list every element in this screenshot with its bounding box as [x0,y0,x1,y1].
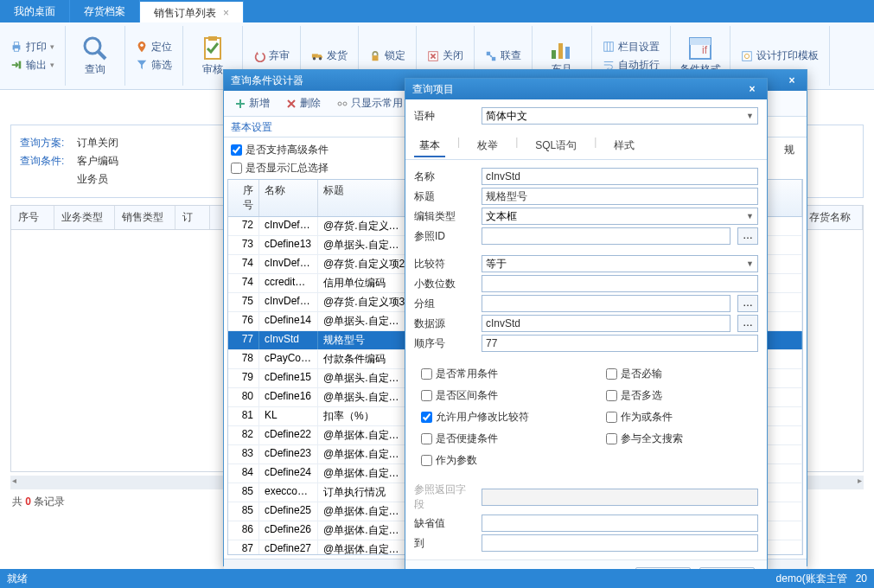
to-label: 到 [414,536,475,551]
edit-type-select[interactable]: 文本框▼ [482,208,758,225]
bg-th-idx[interactable]: 序号 [11,206,54,229]
svg-rect-24 [690,38,711,45]
language-select[interactable]: 简体中文▼ [482,107,758,125]
scheme-value[interactable]: 订单关闭 [77,136,137,150]
filter-button[interactable]: 筛选 [131,56,177,74]
close-button[interactable]: 关闭 [422,47,469,65]
output-button[interactable]: 输出▾ [5,56,60,74]
print-button[interactable]: 打印▾ [5,38,60,56]
design-print-template-button[interactable]: 设计打印模板 [736,47,824,65]
rule-truncated-label: 规 [784,143,800,157]
range-condition-checkbox[interactable] [421,390,432,401]
svg-point-4 [85,38,100,54]
col-idx[interactable]: 序号 [228,180,259,216]
item-titlebar[interactable]: 查询项目 × [405,79,767,99]
advanced-condition-checkbox[interactable] [231,144,242,156]
bg-th-order[interactable]: 订 [175,206,210,229]
column-settings-button[interactable]: 栏目设置 [597,38,665,56]
svg-rect-18 [558,43,563,59]
col-name[interactable]: 名称 [259,180,318,216]
close-icon[interactable]: × [784,74,800,86]
svg-rect-8 [208,36,217,41]
link-icon [485,50,497,62]
tab-enum[interactable]: 枚举 [472,136,503,157]
tab-desktop[interactable]: 我的桌面 [0,0,70,22]
bg-th-biztype[interactable]: 业务类型 [54,206,115,229]
cond-value[interactable]: 客户编码 [77,154,137,169]
show-common-button[interactable]: 只显示常用 [331,94,408,112]
group-browse-button[interactable]: … [737,295,758,312]
sequence-field[interactable] [482,335,758,352]
link-query-button[interactable]: 联查 [480,47,526,65]
to-field[interactable] [482,534,758,552]
edit-type-label: 编辑类型 [414,209,475,224]
svg-point-29 [343,102,347,105]
tab-inventory[interactable]: 存货档案 [70,0,140,22]
datasource-field[interactable] [482,315,730,332]
scheme-label: 查询方案: [20,136,70,150]
fulltext-search-checkbox[interactable] [606,433,617,444]
required-checkbox[interactable] [606,368,617,380]
advanced-condition-label: 是否支持高级条件 [246,143,329,157]
svg-rect-2 [14,48,18,52]
designer-title: 查询条件设计器 [231,74,303,88]
svg-rect-17 [552,50,556,59]
new-button[interactable]: 新增 [229,94,275,112]
svg-rect-19 [565,47,570,59]
chart-icon [548,35,576,62]
svg-rect-1 [14,42,18,46]
common-condition-checkbox[interactable] [421,368,432,380]
allow-compare-modify-checkbox[interactable] [421,412,432,423]
ship-button[interactable]: 发货 [306,47,353,65]
item-tabs: 基本 | 枚举 | SQL语句 | 样式 [405,136,767,160]
name-field[interactable] [482,168,758,185]
or-condition-checkbox[interactable] [606,412,617,423]
refid-field[interactable] [482,227,730,245]
as-param-checkbox[interactable] [421,455,432,466]
tab-style[interactable]: 样式 [609,136,640,157]
datasource-label: 数据源 [414,316,475,331]
group-label: 分组 [414,297,475,311]
svg-rect-14 [487,51,490,54]
svg-point-28 [338,102,341,105]
salesperson-value[interactable]: 业务员 [77,172,137,187]
datasource-browse-button[interactable]: … [737,315,758,332]
decimal-field[interactable] [482,275,758,292]
title-label: 标题 [414,189,475,204]
group-field[interactable] [482,295,730,312]
funnel-icon [136,59,148,71]
filter-icon [336,98,348,110]
status-user: demo(账套主管 [776,572,847,585]
tab-basic[interactable]: 基本 [414,136,445,157]
query-button[interactable]: 查询 [71,35,119,77]
clipboard-icon [199,35,226,62]
svg-text:if: if [702,44,708,56]
name-label: 名称 [414,169,475,184]
abandon-button[interactable]: 弃审 [248,47,295,65]
svg-rect-20 [604,42,614,52]
tab-sql[interactable]: SQL语句 [530,136,582,157]
tab-sales-order-list[interactable]: 销售订单列表× [140,0,244,22]
top-tab-bar: 我的桌面 存货档案 销售订单列表× [0,0,874,22]
show-summary-checkbox[interactable] [231,163,242,174]
default-value-field[interactable] [482,514,758,532]
svg-point-6 [140,44,144,48]
delete-button[interactable]: 删除 [280,94,326,112]
title-field[interactable] [482,188,758,205]
close-icon[interactable]: × [744,83,760,95]
compare-select[interactable]: 等于▼ [482,255,758,272]
close-icon[interactable]: × [223,7,229,19]
svg-line-5 [99,52,105,59]
multi-select-checkbox[interactable] [606,390,617,401]
bg-th-saletype[interactable]: 销售类型 [115,206,175,229]
chevron-down-icon: ▼ [746,212,754,220]
shortcut-condition-checkbox[interactable] [421,433,432,444]
close-doc-icon [427,50,439,62]
bg-th-invname[interactable]: 存货名称 [802,206,863,229]
locate-button[interactable]: 定位 [131,38,177,56]
lock-button[interactable]: 锁定 [364,47,411,65]
plus-icon [234,98,246,110]
chevron-down-icon: ▼ [746,112,754,120]
query-item-dialog: 查询项目 × 语种 简体中文▼ 基本 | 枚举 | SQL语句 | 样式 名称 … [405,78,768,571]
refid-browse-button[interactable]: … [737,227,758,245]
